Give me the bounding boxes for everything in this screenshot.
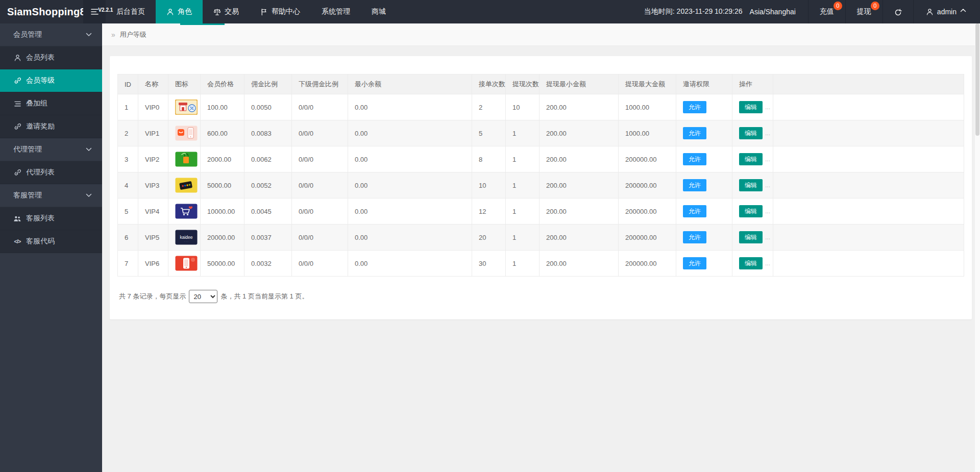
allow-invite-button[interactable]: 允许 xyxy=(683,127,706,139)
nav-item-transactions[interactable]: 交易 xyxy=(203,0,250,23)
cell-icon: kaidee· · · xyxy=(168,225,201,251)
cell-sub_commission: 0/0/0 xyxy=(292,251,348,277)
cell-sub_commission: 0/0/0 xyxy=(292,225,348,251)
cell-actions: 编辑... xyxy=(732,120,773,146)
edit-button[interactable]: 编辑 xyxy=(739,231,763,243)
chevron-down-icon xyxy=(85,31,93,39)
vip5-kaidee-logo-icon: kaidee· · · xyxy=(175,230,198,245)
cell-empty xyxy=(773,198,964,225)
cell-empty xyxy=(773,225,964,251)
sidebar-group-label: 代理管理 xyxy=(13,145,42,154)
cell-sub_commission: 0/0/0 xyxy=(292,94,348,120)
cell-commission: 0.0083 xyxy=(244,120,292,146)
cell-withdraw_max: 200000.00 xyxy=(619,198,676,225)
allow-invite-button[interactable]: 允许 xyxy=(683,231,706,243)
user-icon xyxy=(926,8,934,16)
nav-item-roles[interactable]: 角色 xyxy=(156,0,203,23)
allow-invite-button[interactable]: 允许 xyxy=(683,205,706,217)
cell-invite: 允许 xyxy=(676,251,732,277)
cell-icon xyxy=(168,198,201,225)
cell-min_balance: 0.00 xyxy=(348,94,472,120)
cell-min_balance: 0.00 xyxy=(348,225,472,251)
sidebar-item-label: 代理列表 xyxy=(26,168,55,177)
person-icon xyxy=(13,54,21,62)
cell-actions: 编辑... xyxy=(732,198,773,225)
cell-icon xyxy=(168,251,201,277)
column-header: 邀请权限 xyxy=(676,74,732,94)
sidebar-item-agent-list[interactable]: 代理列表 xyxy=(0,161,102,184)
svg-text:· · ·: · · · xyxy=(184,240,188,243)
edit-button[interactable]: 编辑 xyxy=(739,179,763,191)
link-icon xyxy=(13,122,21,131)
more-actions-ellipsis: ... xyxy=(765,260,770,267)
sidebar-item-member-list[interactable]: 会员列表 xyxy=(0,46,102,69)
username: admin xyxy=(937,8,957,16)
vertical-scrollbar[interactable] xyxy=(975,23,980,472)
sidebar-item-label: 叠加组 xyxy=(26,99,47,108)
vip4-cart-icon xyxy=(175,204,198,219)
sidebar-item-label: 客服列表 xyxy=(26,214,55,223)
cell-invite: 允许 xyxy=(676,225,732,251)
cell-min_balance: 0.00 xyxy=(348,172,472,198)
column-header: 佣金比例 xyxy=(244,74,292,94)
sidebar-item-stack-group[interactable]: 叠加组 xyxy=(0,92,102,115)
cell-icon xyxy=(168,146,201,172)
allow-invite-button[interactable]: 允许 xyxy=(683,153,706,165)
allow-invite-button[interactable]: 允许 xyxy=(683,101,706,113)
cell-empty xyxy=(773,146,964,172)
edit-button[interactable]: 编辑 xyxy=(739,257,763,269)
column-header: 接单次数 xyxy=(472,74,506,94)
cell-withdraw_min: 200.00 xyxy=(540,94,619,120)
nav-item-dashboard[interactable]: 后台首页 xyxy=(106,0,156,23)
scrollbar-thumb[interactable] xyxy=(975,23,979,136)
sidebar-item-member-level[interactable]: 会员等级 xyxy=(0,69,102,92)
edit-button[interactable]: 编辑 xyxy=(739,101,763,113)
nav-item-system-management[interactable]: 系统管理 xyxy=(311,0,361,23)
cell-min_balance: 0.00 xyxy=(348,198,472,225)
column-header: 提现次数 xyxy=(506,74,540,94)
allow-invite-button[interactable]: 允许 xyxy=(683,257,706,269)
nav-item-mall[interactable]: 商城 xyxy=(361,0,397,23)
cell-withdraw_times: 1 xyxy=(506,198,540,225)
withdraw-badge: 0 xyxy=(871,2,879,10)
app-logo: SiamShopping888V2.2.1 xyxy=(0,0,83,23)
edit-button[interactable]: 编辑 xyxy=(739,153,763,165)
more-actions-ellipsis: ... xyxy=(765,182,770,189)
sidebar-group-member-management[interactable]: 会员管理 xyxy=(0,23,102,46)
chevron-down-icon xyxy=(85,191,93,200)
cell-actions: 编辑... xyxy=(732,225,773,251)
nav-label: 系统管理 xyxy=(322,7,350,16)
refresh-icon xyxy=(894,8,902,16)
cell-price: 50000.00 xyxy=(201,251,244,277)
sidebar-group-service-management[interactable]: 客服管理 xyxy=(0,184,102,207)
timezone-label: Asia/Shanghai xyxy=(750,8,796,16)
allow-invite-button[interactable]: 允许 xyxy=(683,179,706,191)
recharge-button[interactable]: 充值 0 xyxy=(808,0,845,23)
page-size-select[interactable]: 20 xyxy=(189,290,217,303)
svg-text:kaidee: kaidee xyxy=(180,235,192,240)
cell-actions: 编辑... xyxy=(732,94,773,120)
cell-min_balance: 0.00 xyxy=(348,251,472,277)
active-tab-indicator xyxy=(180,23,225,25)
sidebar-group-agent-management[interactable]: 代理管理 xyxy=(0,138,102,161)
refresh-button[interactable] xyxy=(883,0,913,23)
edit-button[interactable]: 编辑 xyxy=(739,127,763,139)
more-actions-ellipsis: ... xyxy=(765,208,770,215)
cell-withdraw_times: 1 xyxy=(506,225,540,251)
cell-name: VIP6 xyxy=(138,251,168,277)
user-menu[interactable]: admin xyxy=(913,0,980,23)
nav-item-help-center[interactable]: 帮助中心 xyxy=(250,0,311,23)
withdraw-button[interactable]: 提现 0 xyxy=(845,0,883,23)
cell-invite: 允许 xyxy=(676,120,732,146)
edit-button[interactable]: 编辑 xyxy=(739,205,763,217)
sidebar-item-service-list[interactable]: 客服列表 xyxy=(0,207,102,230)
chevron-up-icon xyxy=(960,8,968,16)
sidebar-item-service-code[interactable]: </> 客服代码 xyxy=(0,230,102,253)
user-level-table: ID名称图标会员价格佣金比例下级佣金比例最小余额接单次数提现次数提现最小金额提现… xyxy=(117,74,964,277)
sidebar-item-invite-reward[interactable]: 邀请奖励 xyxy=(0,115,102,138)
nav-label: 帮助中心 xyxy=(272,7,300,16)
nav-label: 后台首页 xyxy=(116,7,145,16)
cell-orders: 30 xyxy=(472,251,506,277)
chevron-down-icon xyxy=(85,145,93,154)
nav-label: 商城 xyxy=(372,7,386,16)
